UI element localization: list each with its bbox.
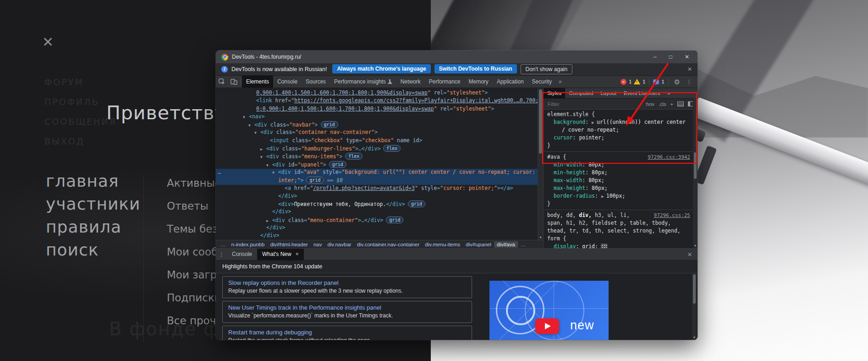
dom-line[interactable]: </div> xyxy=(216,208,543,216)
settings-gear-icon[interactable]: ⚙ xyxy=(672,78,682,85)
tab-application[interactable]: Application xyxy=(493,76,528,88)
expand-arrow-icon[interactable]: ▼ xyxy=(243,115,249,119)
scrollbar-thumb[interactable] xyxy=(539,89,542,154)
expand-arrow-icon[interactable]: ▼ xyxy=(248,123,254,128)
tab-security[interactable]: Security xyxy=(528,76,556,88)
dom-line[interactable]: ▼<div class="menu-items">flex xyxy=(216,153,543,161)
css-row[interactable]: min-width: 80px; xyxy=(547,161,693,169)
dom-line[interactable]: </div> xyxy=(216,224,543,232)
drawer-kebab-icon[interactable]: ⋮ xyxy=(216,251,227,258)
node-more-icon[interactable]: … xyxy=(218,169,221,175)
render-settings-icon[interactable] xyxy=(677,101,684,106)
collapsed-arrow-icon[interactable]: ▶ xyxy=(266,219,272,223)
site-menu-item-форум[interactable]: ФОРУМ xyxy=(44,72,117,92)
scroll-down-icon[interactable]: ▾ xyxy=(693,244,698,248)
tab-performance[interactable]: Performance xyxy=(425,76,465,88)
layout-badge[interactable]: flex xyxy=(383,145,401,152)
css-row[interactable]: / cover no-repeat; xyxy=(547,126,693,134)
device-toolbar-icon[interactable] xyxy=(228,76,240,88)
drawer-scrollbar[interactable]: ▾ xyxy=(692,273,697,340)
expand-arrow-icon[interactable]: ▼ xyxy=(272,171,278,175)
styles-scrollbar[interactable]: ▾ xyxy=(693,98,698,248)
kebab-menu-icon[interactable]: ⋮ xyxy=(684,78,694,85)
don-t-show-again-button[interactable]: Don't show again xyxy=(521,64,573,74)
elements-scrollbar[interactable]: ▾ xyxy=(538,88,543,240)
styles-filter-input[interactable] xyxy=(547,101,596,107)
scroll-down-icon[interactable]: ▾ xyxy=(692,335,697,339)
tab-whats-new[interactable]: What's New × xyxy=(257,249,304,260)
expand-arrow-icon[interactable]: ▼ xyxy=(254,131,260,135)
layout-badge[interactable]: grid xyxy=(408,200,425,207)
css-row[interactable]: display: grid; xyxy=(547,243,693,248)
site-menu-item-выход[interactable]: ВЫХОД xyxy=(44,132,117,151)
tab-network[interactable]: Network xyxy=(396,76,425,88)
site-close-icon[interactable]: ✕ xyxy=(42,34,54,50)
css-row[interactable]: cursor: pointer; xyxy=(547,134,693,142)
tab-sources[interactable]: Sources xyxy=(302,76,330,88)
scrollbar-thumb[interactable] xyxy=(694,152,697,179)
whatsnew-item-link[interactable]: Slow replay options in the Recorder pane… xyxy=(228,279,466,286)
toggle-cls[interactable]: .cls xyxy=(659,101,666,107)
site-nav-item-поиск[interactable]: поиск xyxy=(46,239,140,261)
css-row[interactable]: max-height: 80px; xyxy=(547,184,693,192)
crumb-div-html-header[interactable]: div#html-header xyxy=(267,242,310,247)
crumb-div-upanel[interactable]: div#upanel xyxy=(463,242,494,247)
crumb-div-container-nav-container[interactable]: div.container.nav-container xyxy=(354,242,423,247)
layout-badge[interactable]: grid xyxy=(306,177,324,183)
layout-badge[interactable]: flex xyxy=(345,153,363,160)
dom-line[interactable]: <link href="https://fonts.googleapis.com… xyxy=(216,97,543,105)
tab-elements[interactable]: Elements xyxy=(242,76,273,88)
always-match-chrome-s-language-button[interactable]: Always match Chrome's language xyxy=(332,64,430,73)
css-row[interactable]: form { xyxy=(547,235,693,243)
new-style-rule-button[interactable]: + xyxy=(670,101,673,107)
toggle-hov[interactable]: :hov xyxy=(645,101,654,107)
crumb-n-index-punbb[interactable]: n-index.punbb xyxy=(229,242,268,247)
css-row[interactable]: thead, tr, td, th, select, strong, legen… xyxy=(547,227,693,235)
styles-tab-layout[interactable]: Layout xyxy=(597,88,620,98)
close-button[interactable]: ✕ xyxy=(685,54,689,60)
crumb-[interactable]: … xyxy=(518,242,529,247)
dom-line[interactable]: ▼<div class="navbar">grid xyxy=(216,121,543,129)
warnings-icon[interactable] xyxy=(634,79,640,84)
tab-console-drawer[interactable]: Console xyxy=(227,249,257,260)
dom-line[interactable]: ▶<div class="hamburger-lines">…</div>fle… xyxy=(216,145,543,153)
layout-badge[interactable]: grid xyxy=(386,217,403,223)
crumb-nav[interactable]: nav xyxy=(311,242,325,247)
tab-memory[interactable]: Memory xyxy=(465,76,493,88)
site-nav-item-участники[interactable]: участники xyxy=(46,193,140,216)
dom-line[interactable]: inter;">grid == $0 xyxy=(216,177,543,184)
dom-line[interactable]: …▼<div id="ava" style="background: url("… xyxy=(216,169,543,177)
css-source-link[interactable]: 97296.css:3942 xyxy=(648,154,690,160)
crumb-div-menu-items[interactable]: div.menu-items xyxy=(422,242,463,247)
inspect-icon[interactable] xyxy=(216,76,228,88)
site-nav-item-правила[interactable]: правила xyxy=(46,216,140,239)
scroll-down-icon[interactable]: ▾ xyxy=(538,235,543,239)
dom-line[interactable]: 0,900;1,400;1,500;1,600;1,700;1,800;1,90… xyxy=(216,89,543,97)
expand-arrow-icon[interactable]: ▼ xyxy=(260,155,266,159)
tab-console[interactable]: Console xyxy=(273,76,302,88)
dom-line[interactable]: <input class="checkbox" type="checkbox" … xyxy=(216,137,543,145)
dom-line[interactable]: </div> xyxy=(216,193,543,200)
crumb-div-ava[interactable]: div#ava xyxy=(494,241,518,248)
video-thumbnail[interactable]: new xyxy=(489,281,609,340)
switch-devtools-to-russian-button[interactable]: Switch DevTools to Russian xyxy=(434,64,517,73)
errors-icon[interactable] xyxy=(621,79,626,85)
youtube-play-icon[interactable] xyxy=(535,318,559,334)
drawer-close-icon[interactable]: ✕ xyxy=(687,251,698,258)
css-row[interactable]: border-radius: ▶ 100px; xyxy=(547,192,693,200)
dom-line[interactable]: ▼<div class="container nav-container"> xyxy=(216,129,543,137)
css-row[interactable]: element.style { xyxy=(547,111,693,118)
dom-line[interactable]: ▶<div class="menu-container">…</div>grid xyxy=(216,217,543,224)
layout-badge[interactable]: grid xyxy=(321,121,338,128)
css-row[interactable]: } xyxy=(547,142,693,150)
whatsnew-item-link[interactable]: New User Timings track in the Performanc… xyxy=(228,304,466,311)
dom-line[interactable]: ▼<nav> xyxy=(216,113,543,121)
css-row[interactable]: background: ▶ url((unknown)) center cent… xyxy=(547,118,693,126)
site-nav-item-главная[interactable]: главная xyxy=(46,170,140,193)
styles-tab-[interactable]: » xyxy=(664,88,674,98)
dom-line[interactable]: <div>Приветствуем тебя, Ординатор.</div>… xyxy=(216,200,543,208)
devtools-titlebar[interactable]: DevTools - 4tes.forumrpg.ru/ – □ ✕ xyxy=(216,50,698,63)
crumb-div-navbar[interactable]: div.navbar xyxy=(324,242,354,247)
styles-tab-styles[interactable]: Styles xyxy=(544,88,565,98)
crumb-[interactable]: … xyxy=(218,242,229,247)
